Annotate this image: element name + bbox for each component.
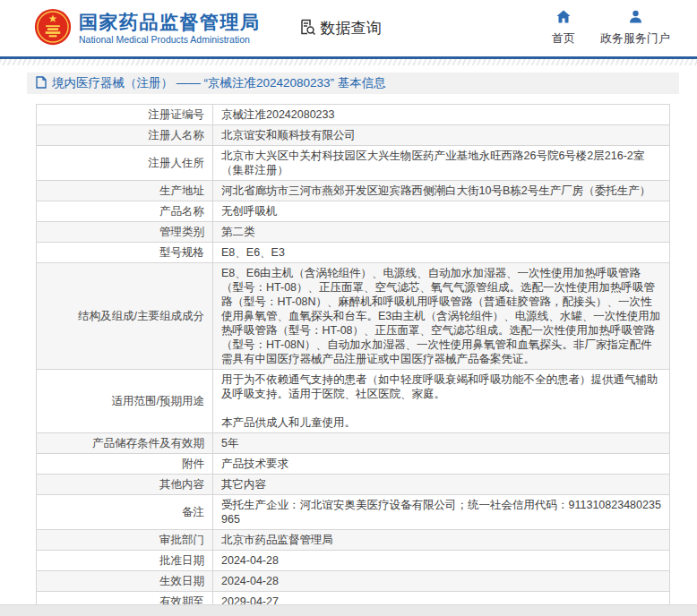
table-row: 审批部门北京市药品监督管理局 [37, 530, 670, 551]
data-query-tab[interactable]: 数据查询 [298, 18, 382, 39]
table-row: 产品名称无创呼吸机 [37, 201, 670, 222]
row-label: 注册人住所 [37, 146, 213, 181]
page: 国家药品监督管理局 National Medical Products Admi… [0, 0, 697, 616]
table-row: 注册人名称北京谊安和顺科技有限公司 [37, 125, 670, 146]
document-icon [36, 76, 47, 91]
agency-name-cn: 国家药品监督管理局 [79, 12, 261, 32]
info-table-wrap: 注册证编号京械注准20242080233注册人名称北京谊安和顺科技有限公司注册人… [36, 104, 670, 616]
row-value: 河北省廊坊市三河市燕郊开发区迎宾路西侧潮白大街10号B栋2号生产厂房（委托生产） [213, 181, 670, 201]
row-label: 批准日期 [37, 551, 213, 571]
row-label: 型号规格 [37, 243, 213, 263]
page-title-bar: 境内医疗器械（注册） —— “京械注准20242080233” 基本信息 [27, 73, 679, 94]
table-row: 生效日期2024-04-28 [37, 571, 670, 592]
document-search-icon [298, 18, 316, 39]
table-row: 备注受托生产企业：河北谊安奥美医疗设备有限公司；统一社会信用代码：9113108… [37, 495, 670, 530]
row-value: E8、E6、E3 [213, 243, 670, 263]
top-nav: 首页 政务服务门户 [552, 10, 681, 47]
row-value: 其它内容 [213, 475, 670, 495]
nav-portal-label: 政务服务门户 [600, 30, 670, 47]
row-value: 2024-04-28 [213, 551, 670, 571]
row-value-paragraph: 本产品供成人和儿童使用。 [221, 415, 661, 430]
site-header: 国家药品监督管理局 National Medical Products Admi… [0, 0, 697, 59]
table-row: 型号规格E8、E6、E3 [37, 243, 670, 263]
row-label: 管理类别 [37, 222, 213, 243]
row-value: 北京市大兴区中关村科技园区大兴生物医药产业基地永旺西路26号院6号楼2层216-… [213, 146, 670, 181]
row-value: 无创呼吸机 [213, 201, 670, 222]
nav-home-label: 首页 [552, 30, 575, 47]
row-label: 其他内容 [37, 475, 213, 495]
table-row: 其他内容其它内容 [37, 475, 670, 495]
row-value: 第二类 [213, 222, 670, 243]
row-value: 产品技术要求 [213, 454, 670, 475]
row-value: 5年 [213, 433, 670, 454]
row-label: 结构及组成/主要组成成分 [37, 263, 213, 370]
table-row: 管理类别第二类 [37, 222, 670, 243]
table-row: 注册人住所北京市大兴区中关村科技园区大兴生物医药产业基地永旺西路26号院6号楼2… [37, 146, 670, 181]
brand-text: 国家药品监督管理局 National Medical Products Admi… [79, 12, 261, 46]
agency-name-en: National Medical Products Administration [79, 35, 261, 46]
row-label: 审批部门 [37, 530, 213, 551]
row-label: 生效日期 [37, 571, 213, 592]
national-emblem-icon [34, 8, 72, 49]
footer-band [0, 604, 697, 616]
home-icon [556, 10, 571, 27]
row-label: 产品名称 [37, 201, 213, 222]
row-label: 注册人名称 [37, 125, 213, 146]
row-label: 适用范围/预期用途 [37, 370, 213, 433]
info-table: 注册证编号京械注准20242080233注册人名称北京谊安和顺科技有限公司注册人… [36, 104, 670, 616]
table-row: 附件产品技术要求 [37, 454, 670, 475]
row-label: 附件 [37, 454, 213, 475]
page-title: 境内医疗器械（注册） —— “京械注准20242080233” 基本信息 [52, 75, 386, 91]
row-value: 2024-04-28 [213, 571, 670, 592]
row-label: 注册证编号 [37, 105, 213, 125]
table-row: 批准日期2024-04-28 [37, 551, 670, 571]
row-value: 京械注准20242080233 [213, 105, 670, 125]
row-label: 备注 [37, 495, 213, 530]
table-row: 生产地址河北省廊坊市三河市燕郊开发区迎宾路西侧潮白大街10号B栋2号生产厂房（委… [37, 181, 670, 201]
decorative-hatch-strip [0, 59, 697, 65]
row-value-paragraph: 用于为不依赖通气支持的患者（如中轻度呼吸衰竭和呼吸功能不全的患者）提供通气辅助及… [221, 372, 661, 401]
table-row: 结构及组成/主要组成成分E8、E6由主机（含涡轮组件）、电源线、自动加水加湿器、… [37, 263, 670, 370]
row-value: E8、E6由主机（含涡轮组件）、电源线、自动加水加湿器、一次性使用加热呼吸管路（… [213, 263, 670, 370]
table-row: 适用范围/预期用途用于为不依赖通气支持的患者（如中轻度呼吸衰竭和呼吸功能不全的患… [37, 370, 670, 433]
data-query-label: 数据查询 [321, 18, 382, 38]
brand: 国家药品监督管理局 National Medical Products Admi… [34, 8, 261, 49]
row-value: 北京市药品监督管理局 [213, 530, 670, 551]
nav-home[interactable]: 首页 [552, 10, 575, 47]
row-value: 受托生产企业：河北谊安奥美医疗设备有限公司；统一社会信用代码：911310823… [213, 495, 670, 530]
nav-portal[interactable]: 政务服务门户 [600, 10, 670, 47]
row-label: 产品储存条件及有效期 [37, 433, 213, 454]
table-row: 注册证编号京械注准20242080233 [37, 105, 670, 125]
table-row: 产品储存条件及有效期5年 [37, 433, 670, 454]
row-label: 生产地址 [37, 181, 213, 201]
row-value: 用于为不依赖通气支持的患者（如中轻度呼吸衰竭和呼吸功能不全的患者）提供通气辅助及… [213, 370, 670, 433]
user-icon [629, 10, 642, 27]
row-value: 北京谊安和顺科技有限公司 [213, 125, 670, 146]
content-container: 境内医疗器械（注册） —— “京械注准20242080233” 基本信息 注册证… [27, 73, 679, 616]
